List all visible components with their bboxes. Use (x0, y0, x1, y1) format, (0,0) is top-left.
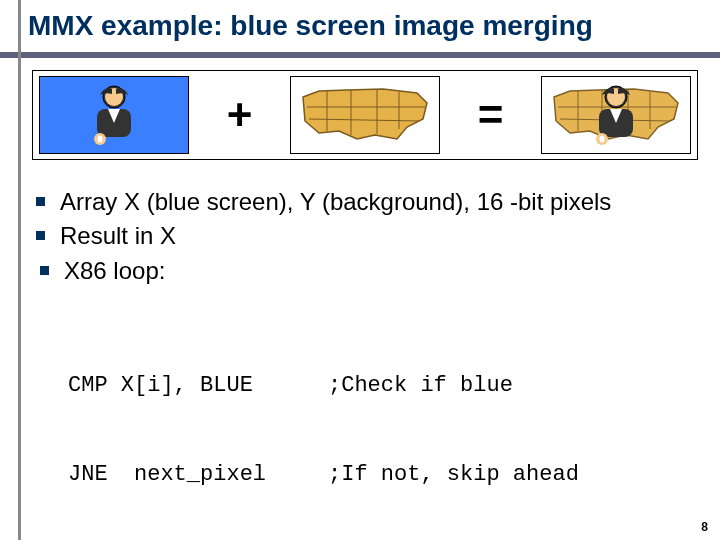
plus-operator: + (218, 90, 262, 140)
vertical-rule (18, 0, 21, 540)
bullet-text: X86 loop: (64, 257, 165, 284)
code-line: JNE next_pixel;If not, skip ahead (68, 460, 710, 490)
panel-result (541, 76, 691, 154)
list-item: Array X (blue screen), Y (background), 1… (60, 186, 710, 218)
code-instr: CMP X[i], BLUE (68, 371, 328, 401)
horizontal-rule (0, 52, 720, 58)
code-instr: JNE next_pixel (68, 460, 328, 490)
title-area: MMX example: blue screen image merging (0, 0, 720, 48)
panel-blue-screen (39, 76, 189, 154)
slide: MMX example: blue screen image merging +… (0, 0, 720, 540)
list-item: X86 loop: (64, 255, 710, 287)
code-block: CMP X[i], BLUE;Check if blue JNE next_pi… (68, 311, 710, 540)
code-comment: ;If not, skip ahead (328, 460, 579, 490)
merge-diagram: + = (32, 70, 698, 160)
bullet-text: Array X (blue screen), Y (background), 1… (60, 188, 611, 215)
bullet-text: Result in X (60, 222, 176, 249)
person-icon (581, 81, 651, 151)
map-icon (297, 85, 433, 145)
svg-point-5 (98, 136, 103, 143)
code-comment: ;Check if blue (328, 371, 513, 401)
equals-operator: = (469, 90, 513, 140)
slide-title: MMX example: blue screen image merging (28, 10, 710, 42)
list-item: Result in X (60, 220, 710, 252)
svg-point-11 (600, 136, 605, 143)
bullet-list: Array X (blue screen), Y (background), 1… (60, 186, 710, 287)
person-icon (79, 81, 149, 151)
page-number: 8 (701, 520, 708, 534)
panel-background-map (290, 76, 440, 154)
code-line: CMP X[i], BLUE;Check if blue (68, 371, 710, 401)
